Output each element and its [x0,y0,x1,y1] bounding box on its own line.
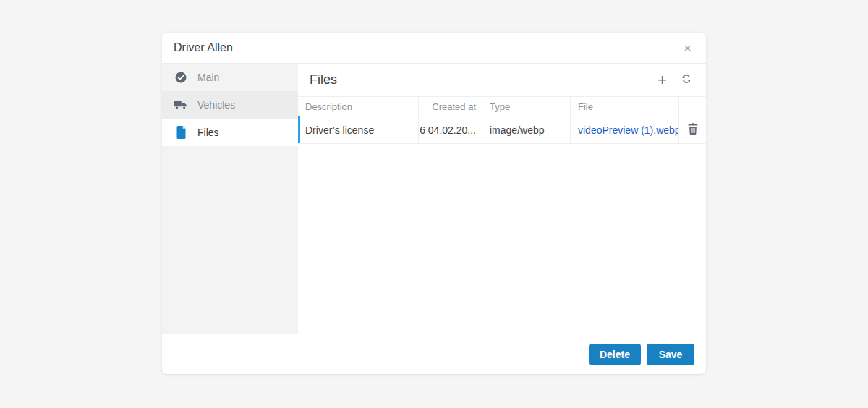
cell-actions [679,116,706,143]
page-background: Driver Allen × Main [0,0,868,408]
files-panel: Files + [298,64,706,334]
add-file-button[interactable]: + [656,72,668,88]
panel-actions: + [656,72,694,88]
check-circle-icon [174,71,188,84]
modal-title: Driver Allen [174,41,233,54]
close-button[interactable]: × [681,40,694,56]
file-link[interactable]: videoPreview (1).webp [578,124,679,136]
truck-icon [174,99,188,111]
close-icon: × [684,41,692,56]
delete-row-button[interactable] [687,123,699,137]
sidebar-item-label: Files [197,127,219,138]
files-table: Description Created at Type File Driver’… [298,96,706,144]
panel-header: Files + [298,64,706,96]
sidebar: Main Vehicles [162,64,298,334]
driver-modal: Driver Allen × Main [162,33,706,374]
plus-icon: + [658,72,667,88]
column-header-type: Type [482,97,571,116]
trash-icon [687,123,699,137]
column-header-created-at: Created at [419,97,482,116]
sidebar-item-label: Main [197,72,219,83]
refresh-icon [680,72,693,88]
sidebar-item-label: Vehicles [197,99,235,111]
sidebar-item-vehicles[interactable]: Vehicles [162,91,298,119]
file-icon [174,126,188,139]
cell-description: Driver’s license [298,116,419,143]
cell-created-at: 17:46 04.02.20... [419,116,482,143]
column-header-file: File [571,97,679,116]
modal-footer: Delete Save [162,334,706,374]
modal-header: Driver Allen × [162,33,706,64]
refresh-button[interactable] [678,72,694,88]
save-button[interactable]: Save [647,344,694,365]
table-row[interactable]: Driver’s license 17:46 04.02.20... image… [298,116,706,144]
sidebar-item-files[interactable]: Files [162,119,298,146]
modal-body: Main Vehicles [162,64,706,334]
cell-file: videoPreview (1).webp [571,116,679,143]
cell-type: image/webp [482,116,571,143]
column-header-actions [679,97,706,116]
sidebar-item-main[interactable]: Main [162,64,298,91]
column-header-description: Description [298,97,419,116]
table-header-row: Description Created at Type File [298,97,706,116]
panel-title: Files [310,72,337,88]
delete-button[interactable]: Delete [589,344,641,365]
